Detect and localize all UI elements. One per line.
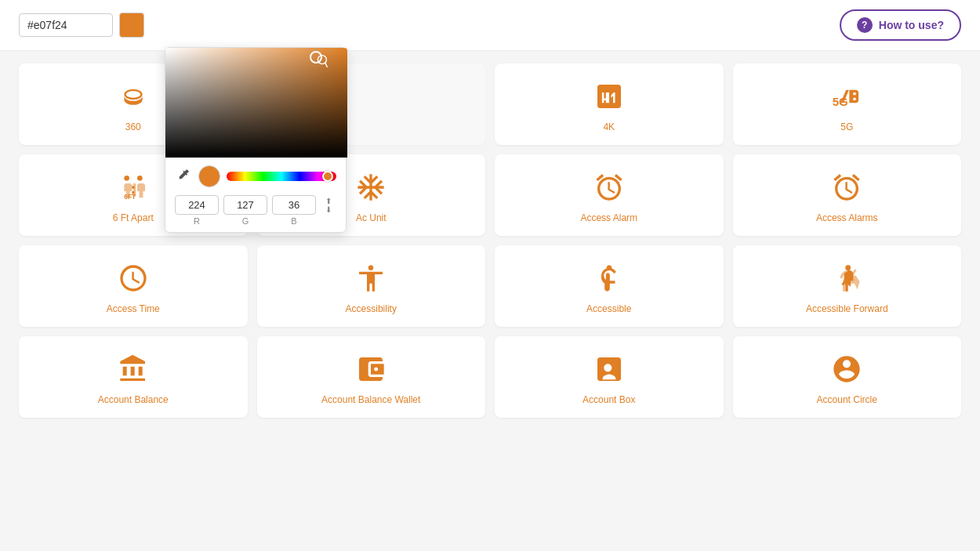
icon-card-account-box[interactable]: Account Box <box>495 336 724 418</box>
account-balance-icon <box>118 352 149 386</box>
color-picker-popup: 224 R 127 G 36 B ⬆⬇ <box>165 47 347 233</box>
360-label: 360 <box>125 121 141 132</box>
color-gradient-area[interactable] <box>165 48 347 158</box>
icon-card-4k[interactable]: 4K <box>495 63 724 145</box>
main-content: 360 4K 5G 5G 6FT 6 Ft Apart <box>0 51 980 430</box>
svg-text:5G: 5G <box>833 95 848 108</box>
hue-thumb <box>322 171 333 182</box>
icon-card-access-alarm[interactable]: Access Alarm <box>495 154 724 236</box>
accessible-label: Accessible <box>586 303 631 314</box>
icon-card-accessible[interactable]: Accessible <box>495 245 724 327</box>
eyedropper-button[interactable] <box>175 166 192 187</box>
b-input[interactable]: 36 <box>272 195 316 215</box>
hue-slider[interactable] <box>227 172 336 181</box>
svg-point-3 <box>137 176 143 181</box>
account-balance-wallet-icon <box>355 352 387 386</box>
svg-text:6FT: 6FT <box>124 193 136 201</box>
account-balance-wallet-label: Account Balance Wallet <box>321 394 420 405</box>
g-input[interactable]: 127 <box>223 195 267 215</box>
access-alarm-icon <box>593 170 625 205</box>
eyedropper-icon <box>176 168 191 182</box>
4k-label: 4K <box>603 121 615 132</box>
picker-controls <box>165 158 346 195</box>
access-alarm-label: Access Alarm <box>580 212 637 223</box>
rgb-type-arrows-icon: ⬆⬇ <box>325 197 332 214</box>
icons-grid: 360 4K 5G 5G 6FT 6 Ft Apart <box>19 63 961 418</box>
icon-card-account-circle[interactable]: Account Circle <box>733 336 962 418</box>
b-field: 36 B <box>272 195 316 226</box>
color-input-group: #e07f24 <box>19 13 144 38</box>
6ft-apart-label: 6 Ft Apart <box>113 212 154 223</box>
how-to-button[interactable]: ? How to use? <box>840 9 961 41</box>
how-to-label: How to use? <box>879 19 944 31</box>
current-color-preview <box>198 165 220 187</box>
icon-card-accessibility[interactable]: Accessibility <box>257 245 486 327</box>
icon-card-access-alarms[interactable]: Access Alarms <box>733 154 962 236</box>
accessibility-label: Accessibility <box>346 303 397 314</box>
account-box-label: Account Box <box>583 394 635 405</box>
access-alarms-label: Access Alarms <box>816 212 878 223</box>
icon-card-5g[interactable]: 5G 5G <box>733 63 962 145</box>
account-balance-label: Account Balance <box>98 394 169 405</box>
icon-card-account-balance-wallet[interactable]: Account Balance Wallet <box>257 336 486 418</box>
accessibility-icon <box>355 261 387 295</box>
g-field: 127 G <box>223 195 267 226</box>
r-label: R <box>194 216 200 226</box>
5g-label: 5G <box>840 121 853 132</box>
4k-icon <box>593 79 625 114</box>
ac-unit-icon <box>355 170 387 205</box>
rgb-inputs: 224 R 127 G 36 B ⬆⬇ <box>165 195 346 232</box>
access-time-icon <box>118 261 149 295</box>
r-field: 224 R <box>175 195 219 226</box>
question-icon: ? <box>857 17 873 33</box>
icon-card-accessible-forward[interactable]: Accessible Forward <box>733 245 962 327</box>
b-label: B <box>291 216 296 226</box>
5g-icon: 5G <box>831 79 862 114</box>
icon-card-access-time[interactable]: Access Time <box>19 245 248 327</box>
svg-point-2 <box>124 176 129 181</box>
accessible-icon <box>593 261 625 295</box>
360-icon <box>118 79 149 114</box>
accessible-forward-icon <box>831 261 862 295</box>
hex-input[interactable]: #e07f24 <box>19 13 113 37</box>
svg-point-5 <box>846 265 851 270</box>
access-alarms-icon <box>831 170 862 205</box>
icon-card-account-balance[interactable]: Account Balance <box>19 336 248 418</box>
top-bar: #e07f24 ? How to use? <box>0 0 980 51</box>
ac-unit-label: Ac Unit <box>356 212 387 223</box>
6ft-apart-icon: 6FT <box>118 170 149 205</box>
account-circle-icon <box>831 352 862 386</box>
color-swatch[interactable] <box>119 13 144 38</box>
hue-slider-container[interactable] <box>227 171 336 182</box>
g-label: G <box>242 216 249 226</box>
accessible-forward-label: Accessible Forward <box>806 303 888 314</box>
account-box-icon <box>593 352 625 386</box>
rgb-type-selector[interactable]: ⬆⬇ <box>321 197 336 225</box>
access-time-label: Access Time <box>107 303 160 314</box>
account-circle-label: Account Circle <box>817 394 877 405</box>
r-input[interactable]: 224 <box>175 195 219 215</box>
